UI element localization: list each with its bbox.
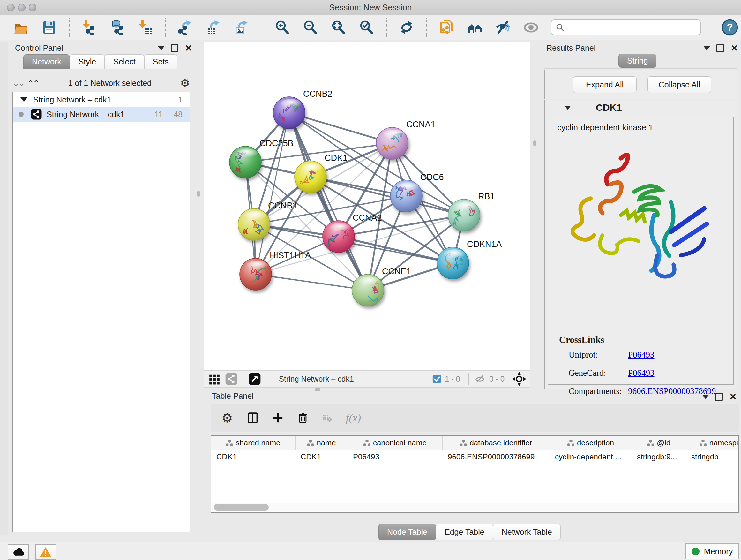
node-CCNA1[interactable]: CCNA1 <box>376 120 435 159</box>
network-graph: CCNB2 CCNA1 CDC25B CDK1 CDC6 RB1 CCNB1 C… <box>204 42 530 370</box>
grid-mode-icon[interactable] <box>208 373 220 385</box>
table-cell[interactable]: cyclin-dependent ... <box>550 450 632 464</box>
vertical-splitter-handle-left[interactable] <box>197 191 200 197</box>
import-network-icon[interactable] <box>81 19 98 36</box>
search-box[interactable] <box>551 19 701 36</box>
save-icon[interactable] <box>41 19 57 36</box>
results-panel-menu-icon[interactable] <box>704 46 710 51</box>
collapse-all-button[interactable]: Collapse All <box>648 76 711 93</box>
node-label-CDC6: CDC6 <box>420 172 444 182</box>
crosslink-label: Uniprot: <box>569 350 628 360</box>
delete-column-trash-icon[interactable] <box>297 412 308 424</box>
hidden-elements-eye-icon[interactable] <box>474 374 486 384</box>
results-panel-close-icon[interactable]: ✕ <box>731 45 738 51</box>
node-CCNE1[interactable]: CCNE1 <box>352 266 411 306</box>
cloud-icon <box>12 547 24 557</box>
column-header-shared-name[interactable]: shared name <box>211 436 295 449</box>
import-table-icon[interactable] <box>137 19 154 36</box>
network-collection-row[interactable]: String Network – cdk1 1 <box>13 92 190 107</box>
crosslink-link[interactable]: P06493 <box>628 368 655 378</box>
column-header-namespace[interactable]: namespace <box>686 436 739 449</box>
results-panel-float-icon[interactable] <box>717 44 724 52</box>
zoom-fit-icon[interactable] <box>330 19 347 36</box>
node-HIST1H1A[interactable]: HIST1H1A <box>240 251 311 290</box>
column-header-description[interactable]: description <box>550 436 632 449</box>
export-image-icon[interactable] <box>233 19 250 36</box>
control-panel-menu-icon[interactable] <box>158 46 164 51</box>
column-header--id[interactable]: @id <box>632 436 686 449</box>
tab-network-table[interactable]: Network Table <box>493 523 561 540</box>
export-table-icon[interactable] <box>205 19 222 36</box>
birdseye-icon[interactable] <box>467 19 483 36</box>
node-RB1[interactable]: RB1 <box>448 192 495 231</box>
crosslinks-title: CrossLinks <box>559 334 604 345</box>
toolbar-separator <box>69 18 70 37</box>
table-cell[interactable]: CDK1 <box>295 450 348 464</box>
vertical-splitter-handle-right[interactable] <box>533 140 536 146</box>
expand-all-networks-icon[interactable]: ⌄⌄ <box>28 80 40 86</box>
table-cell[interactable]: CDK1 <box>211 450 295 464</box>
show-columns-icon[interactable] <box>247 412 259 424</box>
table-panel-close-icon[interactable]: ✕ <box>729 394 737 400</box>
import-database-icon[interactable] <box>109 19 126 36</box>
birdseye-toggle-icon[interactable] <box>248 373 261 385</box>
table-cell[interactable]: stringdb <box>686 450 739 464</box>
hide-details-icon[interactable] <box>495 19 511 36</box>
show-details-icon[interactable] <box>523 19 539 36</box>
node-CDKN1A[interactable]: CDKN1A <box>437 240 502 279</box>
node-table[interactable]: shared namenamecanonical namedatabase id… <box>211 435 739 513</box>
collection-expander-icon[interactable] <box>20 98 27 102</box>
network-row[interactable]: String Network – cdk1 11 48 <box>13 107 190 122</box>
gene-section-expander-icon[interactable] <box>564 106 571 110</box>
table-row[interactable]: CDK1CDK1P064939606.ENSP00000378699cyclin… <box>211 450 738 464</box>
warnings-button[interactable] <box>35 544 56 560</box>
zoom-out-icon[interactable] <box>302 19 319 36</box>
table-cell[interactable]: P06493 <box>348 450 443 464</box>
cloud-button[interactable] <box>8 544 29 560</box>
help-button[interactable]: ? <box>721 19 738 36</box>
table-cell[interactable]: stringdb:9... <box>632 450 686 464</box>
table-cell[interactable]: 9606.ENSP00000378699 <box>443 450 550 464</box>
node-label-CCNB1: CCNB1 <box>268 201 297 210</box>
column-header-name[interactable]: name <box>295 436 348 449</box>
node-CCNB1[interactable]: CCNB1 <box>238 201 297 240</box>
tab-network[interactable]: Network <box>23 54 70 69</box>
table-h-scrollbar-thumb[interactable] <box>214 504 269 510</box>
table-panel-float-icon[interactable] <box>715 393 723 401</box>
memory-button[interactable]: Memory <box>685 543 739 559</box>
network-list-options-icon[interactable]: ⚙ <box>180 78 190 88</box>
control-panel-float-icon[interactable] <box>171 44 179 52</box>
network-from-selection-icon[interactable] <box>439 19 455 36</box>
open-folder-icon[interactable] <box>13 19 29 36</box>
apply-layout-icon[interactable] <box>398 19 415 36</box>
tab-select[interactable]: Select <box>105 54 144 69</box>
tab-string[interactable]: String <box>618 54 657 68</box>
zoom-selected-icon[interactable] <box>358 19 375 36</box>
zoom-in-icon[interactable] <box>274 19 290 36</box>
tab-style[interactable]: Style <box>70 54 105 69</box>
network-canvas[interactable]: CCNB2 CCNA1 CDC25B CDK1 CDC6 RB1 CCNB1 C… <box>204 42 530 370</box>
tab-node-table[interactable]: Node Table <box>379 523 436 540</box>
fit-selected-move-icon[interactable] <box>512 372 526 386</box>
table-h-scrollbar[interactable] <box>212 503 738 511</box>
node-CDC25B[interactable]: CDC25B <box>229 138 293 178</box>
column-header-database-identifier[interactable]: database identifier <box>443 436 550 449</box>
search-input[interactable] <box>565 23 700 32</box>
expand-all-button[interactable]: Expand All <box>573 76 636 93</box>
table-panel-menu-icon[interactable] <box>702 395 709 399</box>
control-panel-close-icon[interactable]: ✕ <box>185 45 192 51</box>
tab-edge-table[interactable]: Edge Table <box>436 523 493 540</box>
export-network-icon[interactable] <box>178 19 194 36</box>
tab-sets[interactable]: Sets <box>144 54 178 69</box>
network-view-title: String Network – cdk1 <box>279 374 354 383</box>
create-column-plus-icon[interactable] <box>273 412 283 424</box>
selected-nodes-checkbox-icon[interactable] <box>432 374 442 384</box>
table-options-gear-icon[interactable]: ⚙ <box>221 413 233 423</box>
collapse-all-networks-icon[interactable]: ⌄⌄ <box>12 80 24 86</box>
column-header-canonical-name[interactable]: canonical name <box>348 436 443 449</box>
string-actions-box: Expand All Collapse All <box>544 70 737 99</box>
network-mode-icon[interactable] <box>225 373 238 385</box>
crosslink-label: GeneCard: <box>569 368 628 378</box>
node-CDK1[interactable]: CDK1 <box>294 153 347 193</box>
crosslink-link[interactable]: P06493 <box>628 350 655 360</box>
